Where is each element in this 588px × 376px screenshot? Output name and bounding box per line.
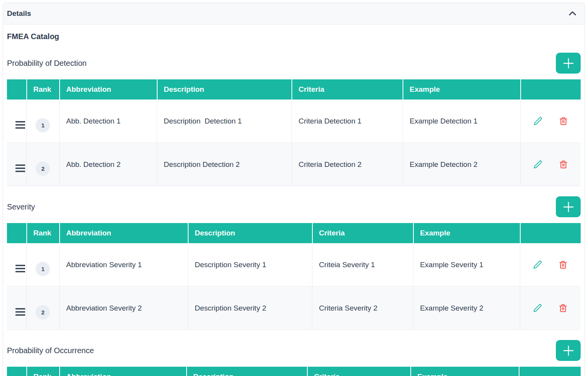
column-header-abbreviation: Abbreviation — [59, 79, 157, 100]
description-cell: Description Severity 2 — [188, 286, 312, 330]
table-row: 2 Abb. Detection 2 Description Detection… — [7, 143, 581, 186]
add-row-button[interactable] — [556, 196, 581, 217]
delete-button[interactable] — [559, 304, 567, 312]
details-panel: Details FMEA Catalog Probability of Dete… — [3, 3, 585, 376]
drag-cell — [7, 286, 26, 330]
table-row: 2 Abbreviation Severity 2 Description Se… — [7, 286, 581, 330]
rank-cell: 1 — [26, 243, 59, 286]
actions-cell — [520, 100, 581, 143]
criteria-cell: Criteia Severity 1 — [312, 243, 413, 286]
rank-badge: 1 — [36, 118, 50, 132]
catalog-section: Probability of Detection Rank Abbreviati — [7, 53, 581, 186]
column-header-rank: Rank — [26, 79, 59, 100]
abbreviation-cell: Abb. Detection 1 — [59, 100, 157, 143]
edit-button[interactable] — [533, 117, 542, 125]
panel-title: Details — [7, 9, 31, 18]
drag-handle-icon[interactable] — [14, 163, 26, 174]
edit-button[interactable] — [533, 260, 542, 269]
trash-icon — [559, 160, 568, 169]
rank-badge: 2 — [36, 161, 50, 176]
actions-column-header — [519, 367, 581, 376]
rank-cell: 2 — [26, 286, 59, 330]
panel-header: Details — [3, 3, 585, 24]
criteria-cell: Criteria Severity 2 — [312, 286, 413, 330]
description-cell: Description Detection 1 — [157, 100, 291, 143]
delete-button[interactable] — [559, 260, 567, 269]
section-header: Probability of Detection — [7, 53, 581, 74]
example-cell: Example Detection 1 — [403, 100, 520, 143]
column-header-rank: Rank — [26, 367, 59, 376]
actions-cell — [520, 286, 581, 330]
table-row: 1 Abbreviation Severity 1 Description Se… — [7, 243, 581, 286]
column-header-description: Description — [157, 79, 291, 100]
drag-handle-icon[interactable] — [14, 263, 26, 274]
rank-badge: 2 — [36, 305, 50, 319]
column-header-rank: Rank — [26, 223, 59, 243]
delete-button[interactable] — [559, 117, 568, 125]
column-header-abbreviation: Abbreviation — [59, 367, 186, 376]
actions-cell — [520, 143, 581, 186]
column-header-criteria: Criteria — [307, 367, 410, 376]
drag-cell — [7, 243, 26, 286]
column-header-description: Description — [188, 223, 312, 243]
example-cell: Example Severity 2 — [413, 286, 520, 330]
abbreviation-cell: Abbreviation Severity 2 — [59, 286, 188, 330]
edit-button[interactable] — [533, 160, 542, 169]
actions-cell — [520, 243, 581, 286]
actions-column-header — [520, 79, 581, 100]
delete-button[interactable] — [559, 160, 568, 169]
drag-handle-icon[interactable] — [14, 306, 26, 318]
column-header-criteria: Criteria — [312, 223, 413, 243]
chevron-up-icon — [567, 9, 578, 19]
actions-column-header — [520, 223, 581, 243]
rank-badge: 1 — [36, 262, 50, 276]
catalog-table: Rank Abbreviation Description Criteria E… — [7, 367, 581, 376]
example-cell: Example Detection 2 — [403, 143, 520, 186]
abbreviation-cell: Abbreviation Severity 1 — [59, 243, 188, 286]
pencil-icon — [533, 304, 542, 312]
section-title: Probability of Occurrence — [7, 346, 94, 355]
catalog-section: Probability of Occurrence Rank Abbreviat — [7, 340, 581, 376]
table-header-row: Rank Abbreviation Description Criteria E… — [7, 79, 581, 100]
pencil-icon — [533, 160, 542, 169]
drag-column-header — [7, 367, 26, 376]
edit-button[interactable] — [533, 304, 542, 312]
plus-icon — [562, 345, 574, 357]
column-header-example: Example — [410, 367, 519, 376]
collapse-button[interactable] — [566, 7, 579, 20]
criteria-cell: Criteria Detection 1 — [291, 100, 403, 143]
drag-column-header — [7, 79, 26, 100]
pencil-icon — [533, 117, 542, 125]
catalog-section: Severity Rank Abbreviation Des — [7, 196, 581, 330]
drag-cell — [7, 100, 26, 143]
section-header: Severity — [7, 196, 581, 217]
column-header-abbreviation: Abbreviation — [59, 223, 188, 243]
section-title: Severity — [7, 203, 35, 211]
trash-icon — [559, 260, 567, 269]
trash-icon — [559, 117, 568, 125]
table-header-row: Rank Abbreviation Description Criteria E… — [7, 223, 581, 243]
drag-column-header — [7, 223, 26, 243]
trash-icon — [559, 304, 567, 312]
column-header-example: Example — [403, 79, 520, 100]
table-row: 1 Abb. Detection 1 Description Detection… — [7, 100, 581, 143]
add-row-button[interactable] — [556, 340, 581, 361]
rank-cell: 1 — [26, 100, 59, 143]
panel-body: FMEA Catalog Probability of Detection — [3, 24, 585, 376]
example-cell: Example Severity 1 — [413, 243, 520, 286]
drag-cell — [7, 143, 26, 186]
description-cell: Description Severity 1 — [188, 243, 312, 286]
catalog-sections: Probability of Detection Rank Abbreviati — [7, 53, 581, 376]
column-header-criteria: Criteria — [291, 79, 403, 100]
drag-handle-icon[interactable] — [14, 119, 26, 130]
catalog-title: FMEA Catalog — [7, 32, 581, 41]
plus-icon — [562, 57, 574, 69]
abbreviation-cell: Abb. Detection 2 — [59, 143, 157, 186]
criteria-cell: Criteria Detection 2 — [291, 143, 403, 186]
catalog-table: Rank Abbreviation Description Criteria E… — [7, 223, 581, 330]
description-cell: Description Detection 2 — [157, 143, 291, 186]
section-title: Probability of Detection — [7, 59, 87, 68]
table-header-row: Rank Abbreviation Description Criteria E… — [7, 367, 581, 376]
add-row-button[interactable] — [556, 53, 581, 74]
pencil-icon — [533, 260, 542, 269]
